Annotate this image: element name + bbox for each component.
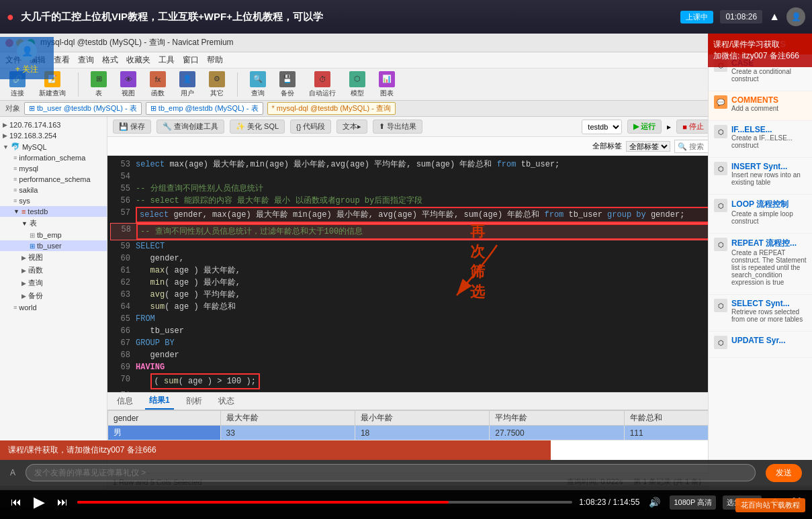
backup-btn[interactable]: 💾 备份	[275, 70, 300, 99]
time-current: 1:08:23 / 1:14:55	[579, 498, 639, 507]
view-btn[interactable]: 👁 视图	[116, 70, 140, 99]
menu-format[interactable]: 格式	[102, 54, 118, 66]
conn-120[interactable]: ▶ 120.76.174.163	[0, 120, 107, 130]
menu-window[interactable]: 窗口	[183, 54, 199, 66]
conn-query[interactable]: * mysql-dql @testdb (MySQL) - 查询	[267, 102, 396, 115]
send-button[interactable]: 发送	[766, 464, 802, 482]
rp-update-item[interactable]: ⬡ UPDATE Syr...	[714, 336, 807, 349]
comments-desc: Add a comment	[731, 105, 778, 112]
rp-repeat-item[interactable]: ⬡ REPEAT 流程控... Create a REPEAT construc…	[714, 238, 807, 286]
table-tb-emp[interactable]: ⊞ tb_emp	[0, 230, 107, 240]
rp-insert-item[interactable]: ⬡ INSERT Synt... Insert new rows into an…	[714, 162, 807, 186]
chat-icon: A	[10, 468, 15, 477]
play-button[interactable]: ▶	[31, 491, 48, 514]
db-info-schema[interactable]: ≡ information_schema	[0, 152, 107, 163]
db-perf[interactable]: ≡ performance_schema	[0, 174, 107, 185]
rp-comments-item[interactable]: 💬 COMMENTS Add a comment	[714, 95, 807, 112]
autorun-btn[interactable]: ⏱ 自动运行	[305, 70, 340, 99]
beautify-button[interactable]: ✨美化 SQL	[230, 120, 285, 134]
sql-line-56: 56 -- select 能跟踪的内容 最大年龄 最小 以函数或者group b…	[110, 195, 756, 207]
follow-button[interactable]: + 关注	[15, 64, 38, 75]
skip-back-button[interactable]: ⏮	[8, 493, 24, 511]
database-select[interactable]: testdb	[582, 120, 622, 134]
tab-info[interactable]: 信息	[113, 393, 137, 409]
function-btn[interactable]: fx 函数	[146, 70, 170, 99]
chart-btn[interactable]: 📊 图表	[375, 70, 399, 99]
db-sys[interactable]: ≡ sys	[0, 195, 107, 206]
download-btn[interactable]: 花百向站下载教程	[735, 498, 805, 512]
rp-update: ⬡ UPDATE Syr...	[709, 332, 812, 358]
user-btn[interactable]: 👤 用户	[175, 70, 199, 99]
loop-label: LOOP 流程控制	[731, 199, 807, 210]
conn-192[interactable]: ▶ 192.168.3.254	[0, 130, 107, 141]
sql-line-62: 62 min( age ) 最小年龄,	[110, 277, 756, 289]
rp-select-item[interactable]: ⬡ SELECT Synt... Retrieve rows selected …	[714, 299, 807, 323]
other-btn[interactable]: ⚙ 其它	[205, 70, 229, 99]
menubar: 文件 编辑 查看 查询 格式 收藏夹 工具 窗口 帮助	[0, 52, 759, 68]
export-button[interactable]: ⬆导出结果	[373, 120, 422, 134]
menu-favorites[interactable]: 收藏夹	[126, 54, 150, 66]
backup-folder[interactable]: ▶ 备份	[0, 289, 107, 302]
toolbar-divider2	[237, 73, 238, 97]
tab-profiling[interactable]: 剖析	[182, 393, 206, 409]
model-btn[interactable]: ⬡ 模型	[345, 70, 369, 99]
tags-dropdown[interactable]: 全部标签	[626, 141, 670, 152]
sql-line-71: 71	[110, 389, 756, 392]
save-button[interactable]: 💾保存	[113, 120, 151, 134]
tables-folder[interactable]: ▼ 表	[0, 217, 107, 230]
insert-icon: ⬡	[714, 162, 727, 175]
sql-editor[interactable]: 53 select max(age) 最大年龄,min(age) 最小年龄,av…	[107, 156, 759, 392]
conn-mysql[interactable]: ▼ 🐬 MySQL	[0, 141, 107, 152]
bottom-promo-text: 课程/课件获取，请加微信itzy007 备注666	[8, 445, 156, 455]
db-testdb[interactable]: ▼ ≡ testdb	[0, 206, 107, 217]
query-toolbar: 💾保存 🔧查询创建工具 ✨美化 SQL {}代码段 文本▸	[107, 117, 759, 137]
sql-line-65: 65 FROM	[110, 313, 756, 325]
chat-input[interactable]	[26, 464, 756, 481]
rp-comments: 💬 COMMENTS Add a comment	[709, 91, 812, 121]
col-header-minage: 最小年龄	[355, 411, 489, 426]
conn-tbuser[interactable]: ⊞ tb_emp @testdb (MySQL) - 表	[146, 102, 263, 115]
run-separator: ▸	[667, 122, 671, 132]
live-badge: 上课中	[680, 11, 713, 23]
db-mysql[interactable]: ≡ mysql	[0, 163, 107, 174]
tab-status[interactable]: 状态	[214, 393, 238, 409]
code-segment-button[interactable]: {}代码段	[290, 120, 331, 134]
stop-button[interactable]: ■停止	[676, 120, 710, 134]
bottom-overlay: A 发送	[0, 460, 812, 485]
sql-line-55: 55 -- 分组查询不同性别人员信息统计	[110, 183, 756, 195]
menu-query[interactable]: 查询	[78, 54, 94, 66]
loop-icon: ⬡	[714, 199, 727, 212]
table-tb-user[interactable]: ⊞ tb_user	[0, 240, 107, 251]
menu-tools[interactable]: 工具	[159, 54, 175, 66]
skip-forward-button[interactable]: ⏭	[54, 493, 71, 511]
update-icon: ⬡	[714, 336, 727, 349]
conn-tbemp[interactable]: ⊞ tb_user @testdb (MySQL) - 表	[24, 102, 142, 115]
run-button[interactable]: ▶运行	[627, 120, 662, 134]
connections-section: ▶ 120.76.174.163 ▶ 192.168.3.254 ▼ 🐬 MyS…	[0, 117, 107, 316]
connection-bar: 对象 ⊞ tb_user @testdb (MySQL) - 表 ⊞ tb_em…	[0, 101, 759, 117]
build-query-button[interactable]: 🔧查询创建工具	[156, 120, 224, 134]
tab-result1[interactable]: 结果1	[145, 393, 174, 410]
ifelse-label: IF...ELSE...	[731, 125, 807, 134]
repeat-desc: Create a REPEAT construct. The Statement…	[731, 249, 807, 286]
progress-bar[interactable]	[77, 501, 572, 504]
volume-btn[interactable]: 🔊	[646, 494, 663, 510]
sql-line-70: 70 ( sum( age ) > 100 );	[110, 373, 756, 389]
rp-ifelse-item[interactable]: ⬡ IF...ELSE... Create a IF...ELSE... con…	[714, 125, 807, 149]
menu-help[interactable]: 帮助	[207, 54, 223, 66]
rp-loop-item[interactable]: ⬡ LOOP 流程控制 Create a simple loop constru…	[714, 199, 807, 225]
quality-button[interactable]: 1080P 高清	[670, 496, 716, 510]
functions-folder[interactable]: ▶ 函数	[0, 264, 107, 277]
sql-line-54: 54	[110, 171, 756, 183]
table-btn[interactable]: ⊞ 表	[87, 70, 111, 99]
queries-folder[interactable]: ▶ 查询	[0, 277, 107, 289]
repeat-label: REPEAT 流程控...	[731, 238, 807, 249]
text-button[interactable]: 文本▸	[336, 120, 367, 134]
db-world[interactable]: ≡ world	[0, 302, 107, 313]
cell-avgage: 27.7500	[490, 426, 624, 440]
db-sakila[interactable]: ≡ sakila	[0, 185, 107, 195]
query-btn[interactable]: 🔍 查询	[246, 70, 270, 99]
menu-view[interactable]: 查看	[54, 54, 70, 66]
result-row-1[interactable]: 男 33 18 27.7500 111	[108, 426, 759, 440]
views-folder[interactable]: ▶ 视图	[0, 251, 107, 264]
